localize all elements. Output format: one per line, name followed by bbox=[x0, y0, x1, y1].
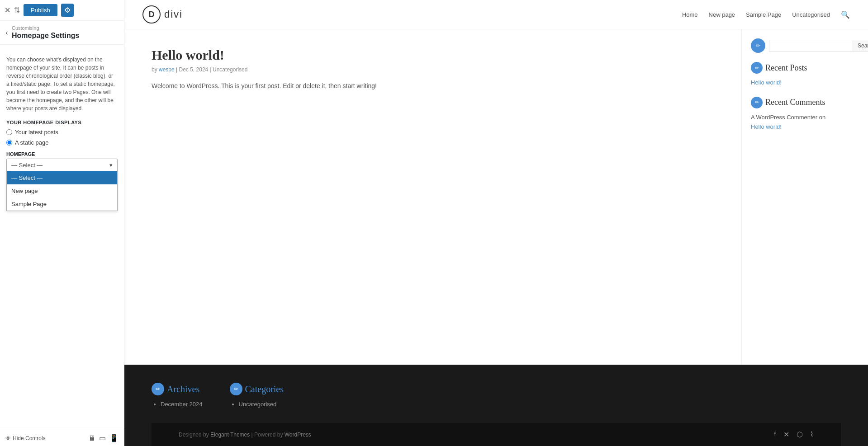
footer-widgets: ✏ Archives December 2024 ✏ Categories Un… bbox=[152, 383, 841, 423]
sidebar: ✏ Search ✏ Recent Posts Hello world! ✏ bbox=[741, 29, 868, 365]
dropdown-selected-value: — Select — bbox=[11, 162, 43, 169]
twitter-x-icon[interactable]: ✕ bbox=[783, 430, 789, 439]
archives-item[interactable]: December 2024 bbox=[161, 401, 203, 408]
categories-icon: ✏ bbox=[230, 383, 242, 395]
hide-controls-label: Hide Controls bbox=[13, 435, 46, 441]
recent-comment-item: A WordPress Commenter on Hello world! bbox=[751, 113, 859, 132]
radio-static-page[interactable]: A static page bbox=[6, 139, 118, 146]
nav-uncategorised[interactable]: Uncategorised bbox=[792, 11, 830, 18]
instagram-icon[interactable]: ⬡ bbox=[797, 430, 803, 439]
view-icons: 🖥 ▭ 📱 bbox=[88, 434, 119, 442]
recent-post-item: Hello world! bbox=[751, 78, 859, 88]
desktop-view-icon[interactable]: 🖥 bbox=[88, 434, 95, 442]
recent-posts-section: ✏ Recent Posts Hello world! bbox=[751, 62, 859, 88]
hide-controls-button[interactable]: 👁 Hide Controls bbox=[5, 435, 46, 441]
categories-item[interactable]: Uncategorised bbox=[239, 401, 284, 408]
archives-widget: ✏ Archives December 2024 bbox=[152, 383, 203, 409]
comment-on: on bbox=[819, 114, 825, 121]
site-nav: Home New page Sample Page Uncategorised … bbox=[682, 10, 850, 19]
radio-static-label: A static page bbox=[15, 139, 48, 146]
recent-posts-title: ✏ Recent Posts bbox=[751, 62, 859, 74]
homepage-dropdown-options: — Select — New page Sample Page bbox=[6, 171, 118, 211]
radio-latest-label: Your latest posts bbox=[15, 129, 58, 136]
logo-circle: D bbox=[142, 5, 161, 23]
main-area: D divi Home New page Sample Page Uncateg… bbox=[124, 0, 868, 446]
post-meta: by wespe | Dec 5, 2024 | Uncategorised bbox=[152, 66, 714, 73]
dropdown-arrow: ▾ bbox=[109, 162, 113, 169]
recent-posts-icon: ✏ bbox=[751, 62, 763, 74]
dropdown-option-sample-page[interactable]: Sample Page bbox=[7, 197, 117, 211]
description-text: You can choose what's displayed on the h… bbox=[6, 56, 118, 113]
comment-author: A WordPress Commenter bbox=[751, 114, 817, 121]
main-content: Hello world! by wespe | Dec 5, 2024 | Un… bbox=[124, 29, 741, 365]
credit-pipe: | Powered by bbox=[251, 432, 285, 438]
comment-post-link[interactable]: Hello world! bbox=[751, 123, 782, 130]
eye-icon: 👁 bbox=[5, 435, 11, 441]
search-button[interactable]: Search bbox=[853, 40, 868, 52]
recent-comments-icon: ✏ bbox=[751, 97, 763, 108]
post-category: Uncategorised bbox=[213, 66, 247, 73]
sidebar-search: ✏ Search bbox=[751, 38, 859, 53]
customising-label: Customising bbox=[12, 25, 79, 31]
nav-new-page[interactable]: New page bbox=[709, 11, 735, 18]
recent-post-link[interactable]: Hello world! bbox=[751, 79, 782, 86]
site-footer: ✏ Archives December 2024 ✏ Categories Un… bbox=[124, 365, 868, 446]
facebook-icon[interactable]: 𝔣 bbox=[774, 430, 776, 439]
tablet-view-icon[interactable]: ▭ bbox=[99, 434, 106, 442]
panel-header: ✕ ⇅ Publish ⚙ ‹ Customising Homepage Set… bbox=[0, 0, 124, 45]
gear-icon[interactable]: ⚙ bbox=[61, 4, 74, 17]
homepage-dropdown-display[interactable]: — Select — ▾ bbox=[6, 159, 118, 171]
post-date: Dec 5, 2024 bbox=[179, 66, 209, 73]
archives-icon: ✏ bbox=[152, 383, 164, 395]
radio-static-input[interactable] bbox=[6, 140, 12, 146]
logo-letter: D bbox=[149, 10, 155, 19]
radio-latest-input[interactable] bbox=[6, 129, 12, 135]
categories-widget: ✏ Categories Uncategorised bbox=[230, 383, 284, 409]
panel-bottom: 👁 Hide Controls 🖥 ▭ 📱 bbox=[0, 430, 124, 446]
sidebar-search-section: ✏ Search bbox=[751, 38, 859, 53]
footer-bottom: Designed by Elegant Themes | Powered by … bbox=[152, 423, 841, 446]
credit-wp-link[interactable]: WordPress bbox=[285, 432, 311, 438]
categories-title: ✏ Categories bbox=[230, 383, 284, 395]
panel-nav: ‹ Customising Homepage Settings bbox=[0, 21, 124, 45]
back-arrow[interactable]: ‹ bbox=[5, 28, 8, 38]
post-title: Hello world! bbox=[152, 47, 714, 63]
panel-topbar: ✕ ⇅ Publish ⚙ bbox=[0, 0, 124, 21]
content-area: Hello world! by wespe | Dec 5, 2024 | Un… bbox=[124, 29, 868, 365]
search-icon[interactable]: 🔍 bbox=[841, 10, 850, 19]
swap-icon[interactable]: ⇅ bbox=[14, 6, 20, 14]
archives-title: ✏ Archives bbox=[152, 383, 203, 395]
panel-title: Homepage Settings bbox=[12, 32, 79, 40]
homepage-displays-label: YOUR HOMEPAGE DISPLAYS bbox=[6, 120, 118, 125]
close-icon[interactable]: ✕ bbox=[5, 6, 10, 14]
recent-comments-section: ✏ Recent Comments A WordPress Commenter … bbox=[751, 97, 859, 132]
customizer-panel: ✕ ⇅ Publish ⚙ ‹ Customising Homepage Set… bbox=[0, 0, 124, 446]
nav-home[interactable]: Home bbox=[682, 11, 698, 18]
homepage-dropdown-container: HOMEPAGE — Select — ▾ — Select — New pag… bbox=[6, 151, 118, 171]
footer-social: 𝔣 ✕ ⬡ ⌇ bbox=[774, 430, 814, 439]
post-meta-by: by bbox=[152, 66, 157, 73]
credit-designed: Designed by bbox=[179, 432, 209, 438]
post-excerpt: Welcome to WordPress. This is your first… bbox=[152, 81, 714, 92]
credit-elegant-link[interactable]: Elegant Themes bbox=[210, 432, 250, 438]
rss-icon[interactable]: ⌇ bbox=[810, 430, 814, 439]
logo-text: divi bbox=[164, 9, 183, 20]
archives-list: December 2024 bbox=[152, 401, 203, 408]
search-input[interactable] bbox=[769, 40, 853, 52]
radio-latest-posts[interactable]: Your latest posts bbox=[6, 129, 118, 136]
site-logo: D divi bbox=[142, 5, 183, 23]
nav-sample-page[interactable]: Sample Page bbox=[746, 11, 781, 18]
site-header: D divi Home New page Sample Page Uncateg… bbox=[124, 0, 868, 29]
homepage-select-label: HOMEPAGE bbox=[6, 151, 118, 157]
post-author[interactable]: wespe bbox=[159, 66, 175, 73]
recent-comments-title: ✏ Recent Comments bbox=[751, 97, 859, 108]
radio-group: Your latest posts A static page bbox=[6, 129, 118, 146]
categories-list: Uncategorised bbox=[230, 401, 284, 408]
publish-button[interactable]: Publish bbox=[24, 4, 57, 16]
panel-content: You can choose what's displayed on the h… bbox=[0, 45, 124, 430]
mobile-view-icon[interactable]: 📱 bbox=[109, 434, 119, 442]
dropdown-option-select[interactable]: — Select — bbox=[7, 171, 117, 184]
search-pencil-icon: ✏ bbox=[751, 38, 765, 53]
footer-credit: Designed by Elegant Themes | Powered by … bbox=[179, 432, 311, 438]
dropdown-option-new-page[interactable]: New page bbox=[7, 184, 117, 197]
